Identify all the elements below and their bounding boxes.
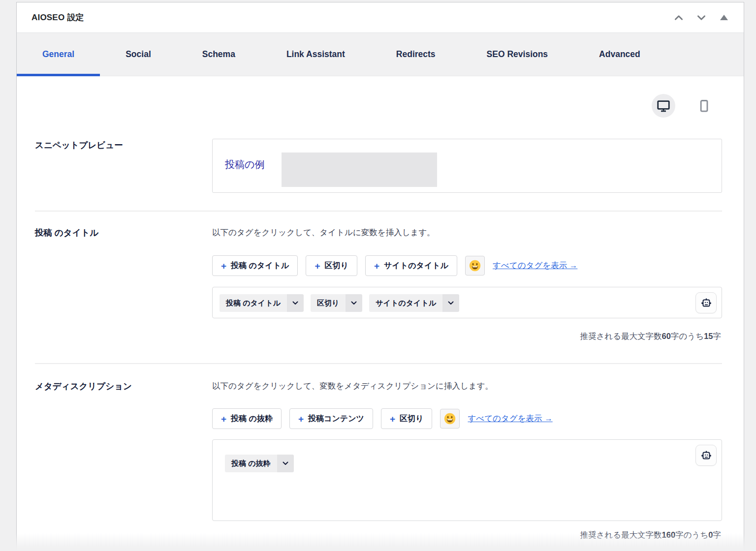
post-title-description: 以下のタグをクリックして、タイトルに変数を挿入します。 [212, 227, 435, 238]
char-count-text: 字 [713, 332, 722, 340]
post-title-input[interactable]: 投稿 のタイトル 区切り サイトのタイトル [212, 287, 722, 318]
tag-button-label: サイトのタイトル [384, 261, 448, 271]
field-tag-label: 区切り [311, 294, 346, 312]
meta-description-textarea[interactable]: 投稿 の抜粋 [212, 439, 722, 521]
device-preview-toggle [652, 94, 716, 118]
robot-icon [700, 297, 712, 309]
tag-button-label: 投稿 の抜粋 [231, 414, 273, 424]
current-chars-value: 0 [708, 530, 713, 539]
emoji-picker-button[interactable] [465, 256, 485, 276]
collapse-toggle-button[interactable] [715, 9, 733, 27]
plus-icon: + [298, 414, 304, 424]
char-count-text: 字のうち [675, 530, 708, 539]
chevron-down-icon [696, 12, 707, 23]
tab-link-assistant[interactable]: Link Assistant [261, 33, 371, 76]
plus-icon: + [315, 261, 320, 271]
tab-seo-revisions[interactable]: SEO Revisions [461, 33, 574, 76]
show-all-tags-link[interactable]: すべてのタグを表示 → [468, 413, 552, 424]
tag-button-separator[interactable]: + 区切り [381, 408, 432, 429]
plus-icon: + [374, 261, 379, 271]
aioseo-settings-metabox: AIOSEO 設定 General Social Schema Link Ass… [16, 2, 744, 551]
triangle-up-icon [720, 15, 728, 20]
tab-label: Link Assistant [286, 49, 345, 60]
field-tag-label: 投稿 のタイトル [220, 294, 287, 312]
tab-social[interactable]: Social [100, 33, 177, 76]
chevron-down-icon[interactable] [346, 294, 362, 312]
smiley-emoji-icon [443, 412, 456, 425]
post-title-tag-buttons: + 投稿 のタイトル + 区切り + サイトのタイトル すべての [212, 255, 577, 276]
char-count-text: 推奨される最大文字数 [580, 332, 662, 340]
mobile-preview-button[interactable] [692, 94, 716, 118]
emoji-picker-button[interactable] [440, 409, 460, 429]
settings-tabbar: General Social Schema Link Assistant Red… [17, 33, 744, 76]
move-down-button[interactable] [693, 9, 710, 27]
tag-button-label: 投稿 のタイトル [231, 261, 289, 271]
section-divider [35, 211, 722, 212]
meta-description-tag-buttons: + 投稿 の抜粋 + 投稿コンテンツ + 区切り すべてのタグを [212, 408, 553, 429]
metabox-header: AIOSEO 設定 [17, 2, 744, 33]
plus-icon: + [221, 261, 226, 271]
title-char-count: 推奨される最大文字数60字のうち15字 [580, 331, 721, 342]
tab-label: Redirects [396, 49, 436, 60]
chevron-down-icon[interactable] [287, 294, 304, 312]
tab-label: Schema [202, 49, 235, 60]
tag-button-label: 区切り [325, 261, 348, 271]
section-divider [35, 363, 722, 364]
robot-icon [700, 450, 712, 461]
tag-button-label: 区切り [400, 414, 423, 424]
snippet-preview-title-link: 投稿の例 [225, 158, 264, 171]
description-char-count: 推奨される最大文字数160字のうち0字 [580, 530, 721, 541]
chevron-up-icon [673, 12, 684, 23]
chevron-down-icon[interactable] [442, 294, 459, 312]
char-count-text: 字 [713, 530, 722, 539]
max-chars-value: 160 [662, 530, 676, 539]
phone-icon [697, 98, 711, 113]
general-tab-content: スニペットプレビュー 投稿の例 投稿 のタイトル 以下のタグをクリックして、タイ… [17, 76, 744, 551]
tab-label: Social [126, 49, 151, 60]
max-chars-value: 60 [662, 332, 671, 340]
tag-button-separator[interactable]: + 区切り [306, 255, 357, 276]
current-chars-value: 15 [704, 332, 713, 340]
field-tag-post-title[interactable]: 投稿 のタイトル [220, 294, 304, 312]
tab-advanced[interactable]: Advanced [573, 33, 666, 76]
field-tag-label: サイトのタイトル [369, 294, 442, 312]
field-tag-separator[interactable]: 区切り [311, 294, 362, 312]
tab-label: Advanced [599, 49, 640, 60]
description-field-tags: 投稿 の抜粋 [213, 440, 722, 472]
tag-button-post-excerpt[interactable]: + 投稿 の抜粋 [212, 408, 282, 429]
post-title-label: 投稿 のタイトル [35, 227, 98, 239]
title-field-tags: 投稿 のタイトル 区切り サイトのタイトル [213, 287, 722, 312]
snippet-preview-label: スニペットプレビュー [35, 139, 123, 151]
tag-button-label: 投稿コンテンツ [308, 414, 364, 424]
panel-title: AIOSEO 設定 [32, 12, 84, 23]
tab-redirects[interactable]: Redirects [371, 33, 461, 76]
desktop-preview-button[interactable] [652, 94, 675, 118]
tag-button-post-title[interactable]: + 投稿 のタイトル [212, 255, 298, 276]
redacted-title-block [282, 153, 437, 187]
show-all-tags-link[interactable]: すべてのタグを表示 → [493, 260, 577, 271]
tab-label: General [42, 49, 74, 60]
char-count-text: 推奨される最大文字数 [580, 530, 662, 539]
plus-icon: + [221, 414, 226, 424]
meta-description-description: 以下のタグをクリックして、変数をメタディスクリプションに挿入します。 [212, 381, 493, 392]
tab-schema[interactable]: Schema [177, 33, 261, 76]
tab-label: SEO Revisions [487, 49, 548, 60]
meta-description-label: メタディスクリプション [35, 380, 132, 392]
move-up-button[interactable] [670, 9, 688, 27]
char-count-text: 字のうち [671, 332, 704, 340]
chevron-down-icon[interactable] [277, 455, 294, 472]
tag-button-post-content[interactable]: + 投稿コンテンツ [289, 408, 373, 429]
tab-general[interactable]: General [17, 33, 100, 76]
ai-generate-title-button[interactable] [695, 292, 717, 313]
tag-button-site-title[interactable]: + サイトのタイトル [365, 255, 457, 276]
smiley-emoji-icon [469, 259, 481, 272]
field-tag-post-excerpt[interactable]: 投稿 の抜粋 [225, 455, 294, 472]
plus-icon: + [390, 414, 395, 424]
monitor-icon [656, 98, 671, 113]
ai-generate-description-button[interactable] [695, 445, 717, 466]
field-tag-site-title[interactable]: サイトのタイトル [369, 294, 459, 312]
snippet-preview-box: 投稿の例 [212, 139, 722, 193]
field-tag-label: 投稿 の抜粋 [225, 455, 277, 472]
metabox-controls [670, 9, 733, 27]
